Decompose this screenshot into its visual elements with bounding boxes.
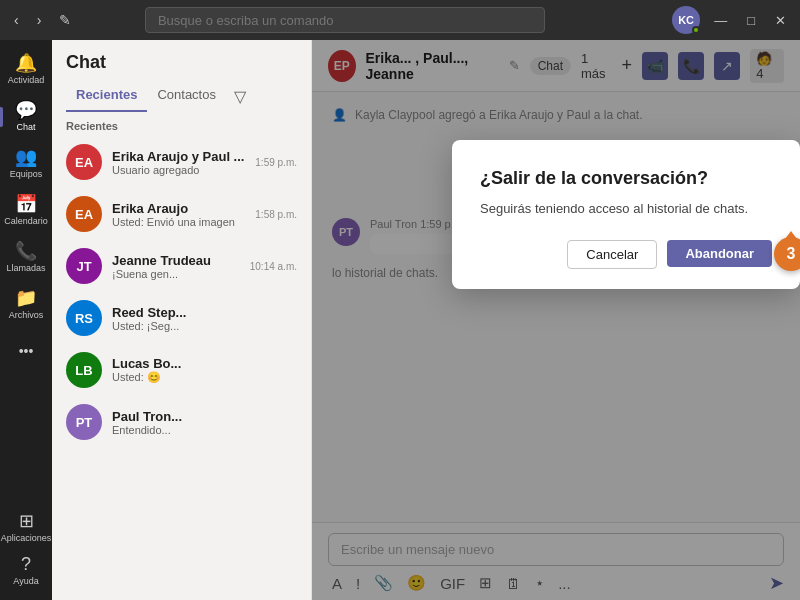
tab-contactos[interactable]: Contactos bbox=[147, 81, 226, 112]
sidebar-item-apps[interactable]: ⊞ Aplicaciones bbox=[1, 506, 52, 549]
avatar-initials: KC bbox=[678, 14, 694, 26]
chat-item-name: Reed Step... bbox=[112, 305, 287, 320]
user-avatar[interactable]: KC bbox=[672, 6, 700, 34]
titlebar-nav-controls: ‹ › ✎ bbox=[8, 10, 77, 30]
sidebar-label-help: Ayuda bbox=[13, 576, 38, 586]
chat-item-time: 1:58 p.m. bbox=[255, 209, 297, 220]
modal-description: Seguirás teniendo acceso al historial de… bbox=[480, 201, 772, 216]
sidebar-item-equipos[interactable]: 👥 Equipos bbox=[0, 142, 52, 185]
filter-icon[interactable]: ▽ bbox=[226, 81, 254, 112]
list-item[interactable]: EA Erika Araujo y Paul ... Usuario agreg… bbox=[52, 136, 311, 188]
chat-item-preview: Usted: 😊 bbox=[112, 371, 287, 384]
sidebar-item-calendario[interactable]: 📅 Calendario bbox=[0, 189, 52, 232]
back-button[interactable]: ‹ bbox=[8, 10, 25, 30]
chat-item-info: Paul Tron... Entendido... bbox=[112, 409, 287, 436]
sidebar-item-archivos[interactable]: 📁 Archivos bbox=[0, 283, 52, 326]
avatar: LB bbox=[66, 352, 102, 388]
chat-item-time: 1:59 p.m. bbox=[255, 157, 297, 168]
avatar: RS bbox=[66, 300, 102, 336]
chat-item-info: Jeanne Trudeau ¡Suena gen... bbox=[112, 253, 240, 280]
cancel-button[interactable]: Cancelar bbox=[567, 240, 657, 269]
help-icon: ? bbox=[21, 555, 31, 573]
online-status-indicator bbox=[692, 26, 700, 34]
chat-icon: 💬 bbox=[15, 101, 37, 119]
more-icon: ••• bbox=[19, 344, 34, 358]
tab-recientes[interactable]: Recientes bbox=[66, 81, 147, 112]
sidebar-label-calendario: Calendario bbox=[4, 216, 48, 226]
list-item[interactable]: RS Reed Step... Usted: ¡Seg... bbox=[52, 292, 311, 344]
abandon-button-wrapper: Abandonar 3 bbox=[667, 240, 772, 269]
chat-item-preview: Usted: Envió una imagen bbox=[112, 216, 245, 228]
modal-overlay: ¿Salir de la conversación? Seguirás teni… bbox=[312, 40, 800, 600]
chat-panel-header: Chat bbox=[52, 40, 311, 73]
sidebar-item-chat[interactable]: 💬 Chat bbox=[0, 95, 52, 138]
main-layout: 🔔 Actividad 💬 Chat 👥 Equipos 📅 Calendari… bbox=[0, 40, 800, 600]
chat-item-preview: Usted: ¡Seg... bbox=[112, 320, 287, 332]
sidebar-label-archivos: Archivos bbox=[9, 310, 44, 320]
avatar: EA bbox=[66, 196, 102, 232]
maximize-button[interactable]: □ bbox=[741, 13, 761, 28]
activity-icon: 🔔 bbox=[15, 54, 37, 72]
sidebar-bottom: ⊞ Aplicaciones ? Ayuda bbox=[1, 506, 52, 600]
modal-title: ¿Salir de la conversación? bbox=[480, 168, 772, 189]
chat-item-info: Erika Araujo y Paul ... Usuario agregado bbox=[112, 149, 245, 176]
list-item[interactable]: PT Paul Tron... Entendido... bbox=[52, 396, 311, 448]
sidebar-label-llamadas: Llamadas bbox=[6, 263, 45, 273]
sidebar-item-llamadas[interactable]: 📞 Llamadas bbox=[0, 236, 52, 279]
sidebar-item-more[interactable]: ••• bbox=[0, 338, 52, 364]
recientes-label: Recientes bbox=[52, 112, 311, 136]
chat-item-name: Erika Araujo y Paul ... bbox=[112, 149, 245, 164]
chat-list: EA Erika Araujo y Paul ... Usuario agreg… bbox=[52, 136, 311, 600]
sidebar-item-help[interactable]: ? Ayuda bbox=[1, 549, 52, 592]
sidebar-label-chat: Chat bbox=[16, 122, 35, 132]
avatar: JT bbox=[66, 248, 102, 284]
modal-actions: Cancelar Abandonar 3 bbox=[480, 240, 772, 269]
minimize-button[interactable]: — bbox=[708, 13, 733, 28]
sidebar: 🔔 Actividad 💬 Chat 👥 Equipos 📅 Calendari… bbox=[0, 40, 52, 600]
forward-button[interactable]: › bbox=[31, 10, 48, 30]
sidebar-label-equipos: Equipos bbox=[10, 169, 43, 179]
step-badge: 3 bbox=[774, 237, 800, 271]
chat-item-preview: Entendido... bbox=[112, 424, 287, 436]
abandon-button[interactable]: Abandonar bbox=[667, 240, 772, 267]
titlebar-right: KC — □ ✕ bbox=[672, 6, 792, 34]
content-area: EP Erika... , Paul..., Jeanne ✎ Chat 1 m… bbox=[312, 40, 800, 600]
chat-item-name: Jeanne Trudeau bbox=[112, 253, 240, 268]
edit-button[interactable]: ✎ bbox=[53, 10, 77, 30]
titlebar: ‹ › ✎ KC — □ ✕ bbox=[0, 0, 800, 40]
calendar-icon: 📅 bbox=[15, 195, 37, 213]
apps-icon: ⊞ bbox=[19, 512, 34, 530]
chat-item-preview: Usuario agregado bbox=[112, 164, 245, 176]
avatar: EA bbox=[66, 144, 102, 180]
teams-icon: 👥 bbox=[15, 148, 37, 166]
search-bar[interactable] bbox=[145, 7, 545, 33]
close-button[interactable]: ✕ bbox=[769, 13, 792, 28]
chat-panel-title: Chat bbox=[66, 52, 106, 73]
chat-item-info: Erika Araujo Usted: Envió una imagen bbox=[112, 201, 245, 228]
chat-item-info: Reed Step... Usted: ¡Seg... bbox=[112, 305, 287, 332]
chat-item-info: Lucas Bo... Usted: 😊 bbox=[112, 356, 287, 384]
avatar: PT bbox=[66, 404, 102, 440]
chat-panel: Chat Recientes Contactos ▽ Recientes EA … bbox=[52, 40, 312, 600]
search-input[interactable] bbox=[158, 13, 532, 28]
chat-tabs: Recientes Contactos ▽ bbox=[52, 73, 311, 112]
files-icon: 📁 bbox=[15, 289, 37, 307]
sidebar-label-actividad: Actividad bbox=[8, 75, 45, 85]
chat-item-name: Paul Tron... bbox=[112, 409, 287, 424]
sidebar-label-apps: Aplicaciones bbox=[1, 533, 52, 543]
chat-item-preview: ¡Suena gen... bbox=[112, 268, 240, 280]
calls-icon: 📞 bbox=[15, 242, 37, 260]
chat-item-time: 10:14 a.m. bbox=[250, 261, 297, 272]
list-item[interactable]: JT Jeanne Trudeau ¡Suena gen... 10:14 a.… bbox=[52, 240, 311, 292]
list-item[interactable]: EA Erika Araujo Usted: Envió una imagen … bbox=[52, 188, 311, 240]
chat-item-name: Lucas Bo... bbox=[112, 356, 287, 371]
list-item[interactable]: LB Lucas Bo... Usted: 😊 bbox=[52, 344, 311, 396]
sidebar-item-actividad[interactable]: 🔔 Actividad bbox=[0, 48, 52, 91]
modal-dialog: ¿Salir de la conversación? Seguirás teni… bbox=[452, 140, 800, 289]
chat-item-name: Erika Araujo bbox=[112, 201, 245, 216]
